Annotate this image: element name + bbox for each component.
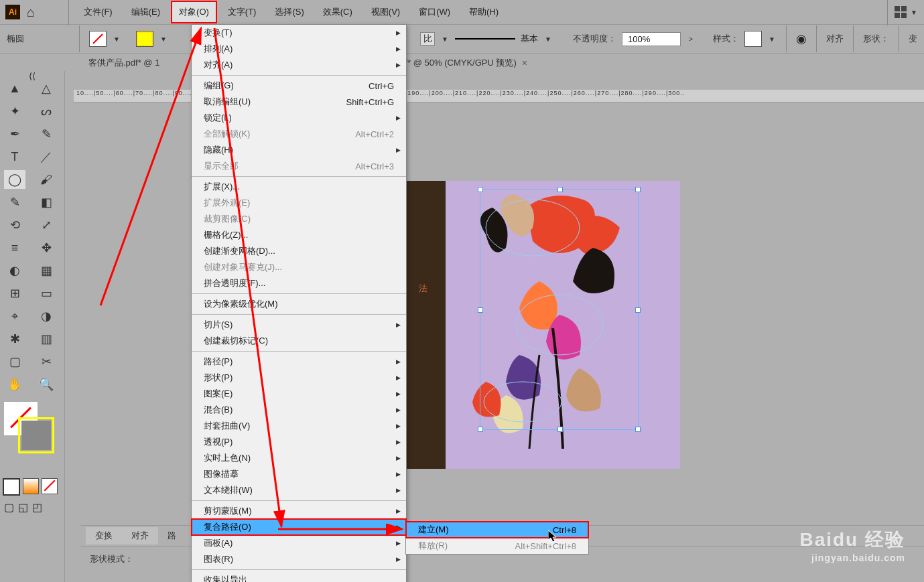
menu-item-剪切蒙版(M)[interactable]: 剪切蒙版(M) [192, 503, 406, 519]
close-icon[interactable]: × [522, 58, 527, 68]
brush-def-icon[interactable]: 比 [420, 32, 435, 46]
shaper-tool-icon[interactable]: ✎ [4, 193, 25, 212]
stroke-preview[interactable] [455, 35, 515, 43]
menu-effect[interactable]: 效果(C) [315, 1, 360, 23]
stroke-swatch[interactable] [136, 31, 153, 47]
menu-item-设为像素级优化(M)[interactable]: 设为像素级优化(M) [192, 296, 406, 312]
style-swatch[interactable] [744, 31, 762, 47]
draw-inside-icon[interactable]: ◰ [32, 501, 42, 514]
recolor-icon[interactable]: ◉ [796, 31, 807, 46]
shape-button[interactable]: 形状： [863, 33, 889, 45]
home-icon[interactable]: ⌂ [27, 5, 35, 20]
line-tool-icon[interactable]: ／ [36, 147, 57, 166]
menu-item-创建渐变网格(D)...[interactable]: 创建渐变网格(D)... [192, 243, 406, 259]
selection-bounding-box[interactable] [480, 189, 639, 430]
menu-item-裁剪图像(C): 裁剪图像(C) [192, 211, 406, 227]
magic-wand-tool-icon[interactable]: ✦ [4, 102, 25, 121]
menu-item-图像描摹[interactable]: 图像描摹 [192, 466, 406, 482]
symbol-sprayer-tool-icon[interactable]: ✱ [4, 330, 25, 348]
opacity-input[interactable]: 100% [622, 32, 681, 46]
ellipse-tool-icon[interactable]: ◯ [4, 170, 25, 189]
menu-item-收集以导出[interactable]: 收集以导出 [192, 572, 406, 582]
menu-file[interactable]: 文件(F) [76, 1, 121, 23]
align-button[interactable]: 对齐 [826, 33, 844, 45]
blend-tool-icon[interactable]: ◑ [36, 307, 57, 325]
menu-item-拼合透明度(F)...[interactable]: 拼合透明度(F)... [192, 275, 406, 291]
draw-behind-icon[interactable]: ◱ [18, 501, 28, 514]
rotate-tool-icon[interactable]: ⟲ [4, 216, 25, 234]
transform-button[interactable]: 变 [909, 33, 917, 45]
direct-selection-tool-icon[interactable]: △ [36, 79, 57, 98]
menu-item-图案(E)[interactable]: 图案(E) [192, 386, 406, 402]
menu-help[interactable]: 帮助(H) [461, 1, 507, 23]
watermark: Baidu 经验 jingyan.baidu.com [799, 527, 905, 563]
eyedropper-tool-icon[interactable]: ⌖ [4, 307, 25, 325]
menu-item-复合路径(O)[interactable]: 复合路径(O) [192, 519, 406, 535]
selection-tool-icon[interactable]: ▲ [4, 79, 25, 98]
panel-tab-pathfinder[interactable]: 路 [158, 527, 186, 544]
pen-tool-icon[interactable]: ✒ [4, 125, 25, 143]
menu-item-编组(G)[interactable]: 编组(G)Ctrl+G [192, 78, 406, 94]
scale-tool-icon[interactable]: ⤢ [36, 216, 57, 234]
menu-item-锁定(L)[interactable]: 锁定(L) [192, 110, 406, 126]
submenu-item-建立(M)[interactable]: 建立(M)Ctrl+8 [406, 522, 588, 538]
menu-item-变换(T)[interactable]: 变换(T) [192, 25, 406, 41]
mesh-tool-icon[interactable]: ⊞ [4, 284, 25, 303]
menu-item-创建裁切标记(C)[interactable]: 创建裁切标记(C) [192, 333, 406, 349]
menu-type[interactable]: 文字(T) [220, 1, 265, 23]
panel-tab-transform[interactable]: 变换 [86, 527, 122, 544]
menu-view[interactable]: 视图(V) [363, 1, 408, 23]
menu-item-图表(R)[interactable]: 图表(R) [192, 551, 406, 567]
menu-item-混合(B)[interactable]: 混合(B) [192, 402, 406, 418]
color-mode-icons[interactable] [3, 478, 64, 496]
type-tool-icon[interactable]: T [4, 147, 25, 166]
zoom-tool-icon[interactable]: 🔍 [36, 375, 57, 394]
gradient-tool-icon[interactable]: ▭ [36, 284, 57, 303]
menu-item-形状(P)[interactable]: 形状(P) [192, 370, 406, 386]
menu-item-排列(A)[interactable]: 排列(A) [192, 41, 406, 57]
free-transform-tool-icon[interactable]: ✥ [36, 238, 57, 257]
stroke-color-icon[interactable] [21, 421, 51, 450]
opacity-arrow-icon[interactable]: > [686, 35, 696, 43]
menu-item-切片(S)[interactable]: 切片(S) [192, 317, 406, 333]
menu-select[interactable]: 选择(S) [267, 1, 312, 23]
document-tab-2[interactable]: .pdf* @ 50% (CMYK/GPU 预览) × [385, 54, 535, 72]
menu-edit[interactable]: 编辑(E) [123, 1, 168, 23]
shape-name-label: 椭圆 [7, 33, 24, 45]
menu-item-取消编组(U)[interactable]: 取消编组(U)Shift+Ctrl+G [192, 94, 406, 110]
paintbrush-tool-icon[interactable]: 🖌 [36, 170, 57, 189]
menu-item-透视(P)[interactable]: 透视(P) [192, 434, 406, 450]
menu-item-画板(A)[interactable]: 画板(A) [192, 535, 406, 551]
hand-tool-icon[interactable]: ✋ [4, 375, 25, 394]
menu-item-文本绕排(W)[interactable]: 文本绕排(W) [192, 482, 406, 498]
slice-tool-icon[interactable]: ✂ [36, 352, 57, 371]
panel-tab-align[interactable]: 对齐 [122, 527, 158, 544]
stroke-dropdown-icon[interactable]: ▼ [159, 35, 168, 43]
menu-item-实时上色(N)[interactable]: 实时上色(N) [192, 450, 406, 466]
eraser-tool-icon[interactable]: ◧ [36, 193, 57, 212]
artboard-tool-icon[interactable]: ▢ [4, 352, 25, 371]
perspective-grid-tool-icon[interactable]: ▦ [36, 261, 57, 280]
lasso-tool-icon[interactable]: ᔕ [36, 102, 57, 121]
menu-item-栅格化(Z)...[interactable]: 栅格化(Z)... [192, 227, 406, 243]
menu-item-对齐(A)[interactable]: 对齐(A) [192, 57, 406, 73]
menu-object[interactable]: 对象(O) [171, 1, 217, 23]
column-graph-tool-icon[interactable]: ▥ [36, 330, 57, 348]
fill-dropdown-icon[interactable]: ▼ [112, 35, 121, 43]
mouse-cursor-icon [548, 530, 559, 544]
draw-normal-icon[interactable]: ▢ [4, 501, 14, 514]
workspace-switcher-icon[interactable] [895, 6, 907, 18]
width-tool-icon[interactable]: ≡ [4, 238, 25, 257]
curvature-tool-icon[interactable]: ✎ [36, 125, 57, 143]
menu-item-路径(P)[interactable]: 路径(P) [192, 354, 406, 370]
fill-swatch[interactable] [89, 31, 107, 47]
menu-item-扩展(X)...[interactable]: 扩展(X)... [192, 179, 406, 195]
shape-builder-tool-icon[interactable]: ◐ [4, 261, 25, 280]
document-tab-1[interactable]: 客供产品.pdf* @ 1 [80, 54, 168, 72]
workspace-dropdown-icon[interactable]: ▼ [909, 9, 919, 16]
menu-item-创建对象马赛克(J)...: 创建对象马赛克(J)... [192, 259, 406, 275]
menu-item-封套扭曲(V)[interactable]: 封套扭曲(V) [192, 418, 406, 434]
menu-window[interactable]: 窗口(W) [411, 1, 458, 23]
menu-item-隐藏(H)[interactable]: 隐藏(H) [192, 142, 406, 158]
separator [887, 0, 888, 25]
